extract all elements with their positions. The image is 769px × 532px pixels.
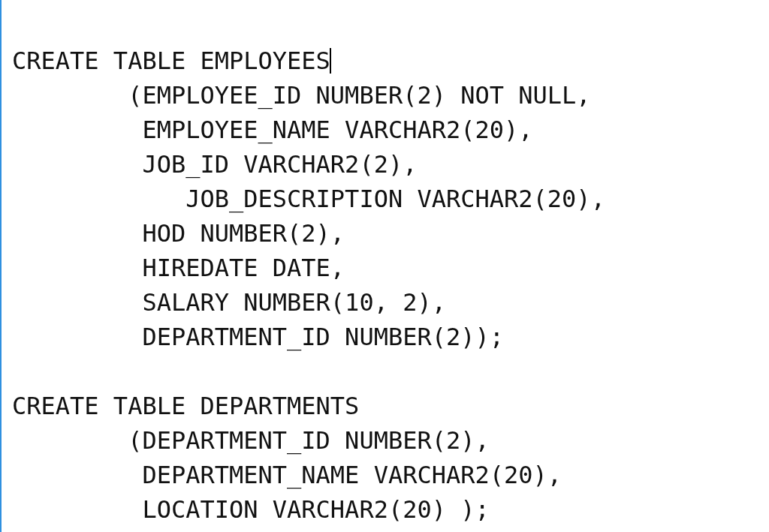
code-line-14: LOCATION VARCHAR2(20) ); xyxy=(12,495,490,524)
sql-code-editor[interactable]: CREATE TABLE EMPLOYEES (EMPLOYEE_ID NUMB… xyxy=(0,0,769,532)
code-line-12: (DEPARTMENT_ID NUMBER(2), xyxy=(12,426,490,455)
code-line-7: HIREDATE DATE, xyxy=(12,254,345,282)
code-line-4: JOB_ID VARCHAR2(2), xyxy=(12,150,417,179)
code-line-8: SALARY NUMBER(10, 2), xyxy=(12,288,446,317)
code-line-5: JOB_DESCRIPTION VARCHAR2(20), xyxy=(12,185,605,213)
code-line-11: CREATE TABLE DEPARTMENTS xyxy=(12,392,359,420)
code-line-3: EMPLOYEE_NAME VARCHAR2(20), xyxy=(12,116,533,144)
code-line-6: HOD NUMBER(2), xyxy=(12,219,345,248)
code-line-13: DEPARTMENT_NAME VARCHAR2(20), xyxy=(12,461,562,489)
code-line-1a: CREATE TABLE EMPLOYEES xyxy=(12,47,330,75)
code-line-9: DEPARTMENT_ID NUMBER(2)); xyxy=(12,323,504,351)
code-line-2: (EMPLOYEE_ID NUMBER(2) NOT NULL, xyxy=(12,81,591,110)
